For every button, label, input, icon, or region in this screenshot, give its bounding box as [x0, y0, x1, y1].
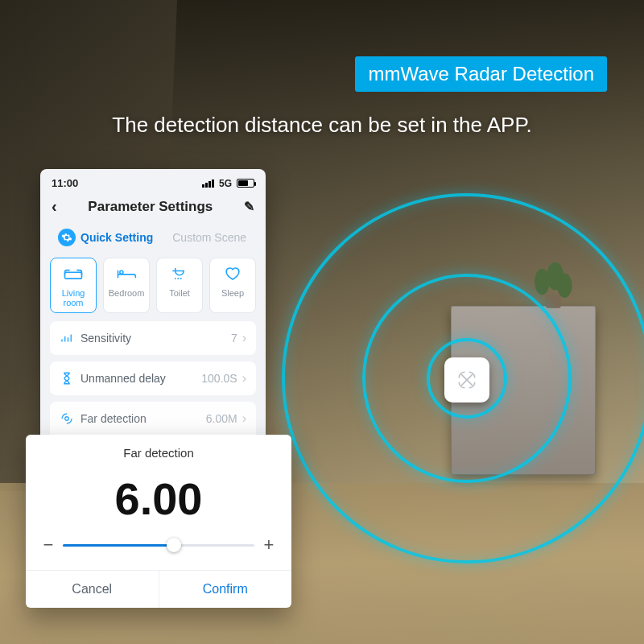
battery-icon — [237, 179, 254, 188]
edit-icon[interactable]: ✎ — [244, 199, 254, 214]
scene-label: Living room — [54, 288, 93, 308]
minus-button[interactable]: − — [42, 535, 55, 555]
screen-header: ‹ Parameter Settings ✎ — [40, 192, 266, 225]
popup-actions: Cancel Confirm — [26, 570, 291, 608]
svg-rect-3 — [546, 295, 561, 308]
phone-mockup: 11:00 5G ‹ Parameter Settings ✎ Quick Se… — [40, 169, 266, 445]
distance-slider[interactable] — [63, 537, 254, 553]
scene-label: Bedroom — [107, 288, 146, 298]
slider-track — [63, 544, 174, 547]
scene-label: Toilet — [160, 288, 199, 298]
status-time: 11:00 — [52, 177, 78, 189]
bed-icon — [115, 265, 138, 283]
tab-custom-scene[interactable]: Custom Scene — [166, 228, 253, 247]
row-unmanned-delay[interactable]: Unmanned delay 100.0S › — [50, 361, 256, 395]
confirm-button[interactable]: Confirm — [159, 571, 292, 608]
heart-icon — [221, 265, 244, 283]
far-detection-popup: Far detection 6.00 − + Cancel Confirm — [26, 435, 291, 608]
sensor-icon — [456, 369, 477, 390]
chevron-right-icon: › — [242, 331, 246, 345]
tab-custom-label: Custom Scene — [172, 231, 246, 244]
tab-quick-label: Quick Setting — [80, 231, 153, 244]
row-label: Sensitivity — [80, 332, 131, 345]
svg-point-5 — [120, 270, 123, 274]
tabs: Quick Setting Custom Scene — [40, 225, 266, 258]
hourglass-icon — [60, 371, 74, 386]
scene-sleep[interactable]: Sleep — [209, 258, 256, 313]
tab-quick-setting[interactable]: Quick Setting — [52, 225, 159, 250]
feature-badge: mmWave Radar Detection — [355, 56, 607, 92]
scene-cards: Living room Bedroom Toilet Sleep — [40, 258, 266, 321]
cancel-button[interactable]: Cancel — [26, 571, 159, 608]
row-far-detection[interactable]: Far detection 6.00M › — [50, 402, 256, 436]
row-label: Unmanned delay — [80, 372, 166, 385]
chevron-right-icon: › — [242, 411, 246, 426]
screen-title: Parameter Settings — [88, 199, 213, 215]
svg-point-6 — [65, 417, 69, 421]
row-label: Far detection — [80, 412, 147, 425]
svg-point-2 — [557, 274, 572, 298]
scene-living-room[interactable]: Living room — [50, 258, 97, 313]
svg-rect-4 — [65, 272, 82, 279]
popup-value: 6.00 — [26, 466, 291, 535]
slider-thumb[interactable] — [167, 538, 181, 552]
scene-toilet[interactable]: Toilet — [156, 258, 203, 313]
row-value: 6.00M — [206, 412, 237, 425]
signal-bars-icon — [202, 180, 214, 188]
sofa-icon — [62, 265, 85, 283]
row-value: 100.0S — [201, 372, 237, 385]
shower-icon — [168, 265, 191, 283]
back-icon[interactable]: ‹ — [52, 197, 57, 216]
status-network: 5G — [219, 178, 232, 189]
room-plant — [523, 250, 580, 314]
sensor-device — [444, 357, 489, 402]
slider-row: − + — [26, 535, 291, 570]
row-value: 7 — [231, 332, 237, 345]
bars-icon — [60, 331, 74, 345]
gear-icon — [58, 229, 76, 246]
headline-text: The detection distance can be set in the… — [40, 113, 604, 138]
scene-bedroom[interactable]: Bedroom — [103, 258, 150, 313]
status-bar: 11:00 5G — [40, 169, 266, 192]
scene-label: Sleep — [213, 288, 252, 298]
radar-icon — [60, 411, 74, 426]
popup-title: Far detection — [26, 435, 291, 466]
chevron-right-icon: › — [242, 371, 246, 386]
row-sensitivity[interactable]: Sensitivity 7 › — [50, 321, 256, 355]
plus-button[interactable]: + — [262, 535, 275, 555]
